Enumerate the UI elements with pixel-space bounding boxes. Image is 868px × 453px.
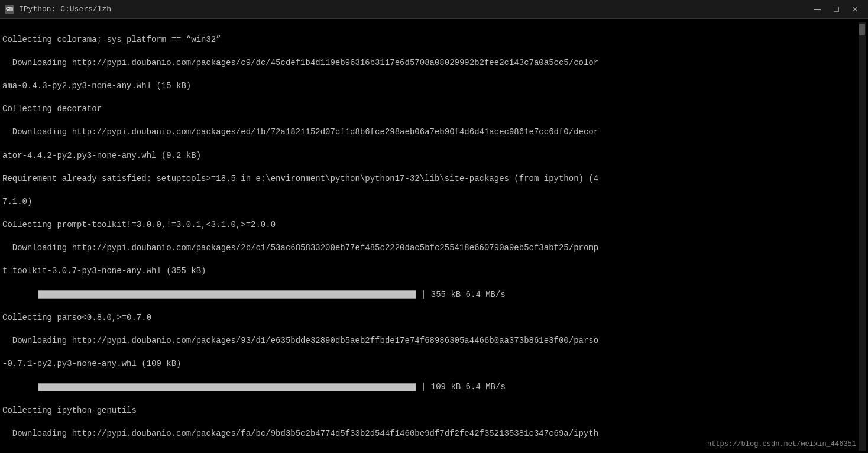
watermark: https://blog.csdn.net/weixin_446351	[707, 440, 856, 448]
progress-line-1: | 355 kB 6.4 MB/s	[2, 289, 859, 301]
line-14: Downloading http://pypi.doubanio.com/pac…	[2, 335, 859, 347]
title-bar-controls: — ☐ ✕	[809, 4, 863, 15]
line-8: 7.1.0)	[2, 196, 859, 208]
close-button[interactable]: ✕	[847, 4, 863, 15]
terminal-wrapper: Collecting colorama; sys_platform == “wi…	[2, 22, 859, 451]
line-15: -0.7.1-py2.py3-none-any.whl (109 kB)	[2, 358, 859, 370]
line-4: Collecting decorator	[2, 103, 859, 115]
scrollbar-thumb[interactable]	[859, 24, 865, 35]
window-title: IPython: C:Users/lzh	[19, 5, 111, 14]
maximize-button[interactable]: ☐	[828, 4, 844, 15]
line-18: Downloading http://pypi.doubanio.com/pac…	[2, 428, 859, 440]
line-13: Collecting parso<0.8.0,>=0.7.0	[2, 312, 859, 324]
terminal-body: Collecting colorama; sys_platform == “wi…	[0, 19, 868, 453]
title-bar-left: Cm IPython: C:Users/lzh	[5, 5, 111, 14]
window: Cm IPython: C:Users/lzh — ☐ ✕ Collecting…	[0, 0, 868, 453]
progress-line-2: | 109 kB 6.4 MB/s	[2, 381, 859, 393]
line-17: Collecting ipython-genutils	[2, 405, 859, 417]
line-7: Requirement already satisfied: setuptool…	[2, 173, 859, 185]
progress-bar-1: | 355 kB 6.4 MB/s	[38, 289, 506, 301]
line-3: ama-0.4.3-py2.py3-none-any.whl (15 kB)	[2, 80, 859, 92]
line-1: Collecting colorama; sys_platform == “wi…	[2, 34, 859, 46]
line-10: Downloading http://pypi.doubanio.com/pac…	[2, 242, 859, 254]
title-bar: Cm IPython: C:Users/lzh — ☐ ✕	[0, 0, 868, 19]
terminal-content[interactable]: Collecting colorama; sys_platform == “wi…	[2, 22, 859, 451]
line-2: Downloading http://pypi.doubanio.com/pac…	[2, 57, 859, 69]
line-11: t_toolkit-3.0.7-py3-none-any.whl (355 kB…	[2, 266, 859, 277]
terminal-icon: Cm	[5, 5, 14, 14]
line-5: Downloading http://pypi.doubanio.com/pac…	[2, 127, 859, 138]
line-9: Collecting prompt-toolkit!=3.0.0,!=3.0.1…	[2, 219, 859, 231]
scrollbar[interactable]	[859, 22, 866, 451]
progress-bar-2: | 109 kB 6.4 MB/s	[38, 381, 506, 393]
minimize-button[interactable]: —	[809, 4, 825, 15]
line-6: ator-4.4.2-py2.py3-none-any.whl (9.2 kB)	[2, 150, 859, 162]
